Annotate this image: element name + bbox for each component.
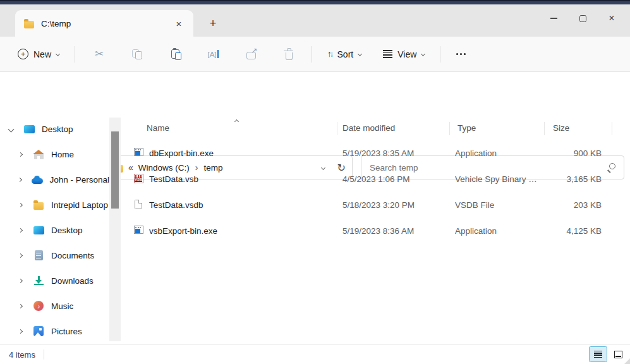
chevron-down-icon bbox=[358, 52, 362, 56]
sidebar-item-label: Home bbox=[51, 150, 74, 159]
sort-button[interactable]: ↑↓ Sort bbox=[321, 44, 368, 64]
chevron-collapsed-icon[interactable] bbox=[16, 279, 25, 282]
application-icon bbox=[133, 226, 144, 234]
trash-icon bbox=[286, 52, 293, 60]
column-header-type[interactable]: Type bbox=[457, 119, 476, 138]
file-row-testdata-vsb[interactable]: TestData.vsb 4/5/2023 1:06 PM Vehicle Sp… bbox=[126, 166, 625, 192]
status-bar: 4 items bbox=[0, 344, 630, 364]
scrollbar-thumb[interactable] bbox=[111, 131, 119, 209]
maximize-button[interactable] bbox=[568, 9, 597, 27]
file-row-vsbexport-bin-exe[interactable]: vsbExport-bin.exe 5/19/2023 8:36 AM Appl… bbox=[126, 218, 625, 244]
pictures-icon bbox=[32, 326, 45, 336]
new-button[interactable]: + New bbox=[11, 44, 66, 64]
window-top-edge bbox=[0, 0, 630, 4]
toolbar-divider bbox=[440, 46, 440, 63]
sidebar-item-documents[interactable]: Documents bbox=[0, 243, 109, 268]
ellipsis-icon bbox=[456, 53, 458, 55]
home-icon bbox=[32, 149, 45, 159]
vsb-file-icon bbox=[133, 174, 144, 183]
sort-ascending-icon bbox=[235, 116, 238, 125]
chevron-collapsed-icon[interactable] bbox=[16, 330, 25, 333]
view-button[interactable]: View bbox=[377, 44, 431, 64]
sidebar-item-label: Desktop bbox=[42, 124, 73, 134]
sidebar-item-pictures[interactable]: Pictures bbox=[0, 318, 109, 343]
sidebar-item-onedrive-personal[interactable]: John - Personal bbox=[0, 167, 109, 192]
resize-grip[interactable] bbox=[624, 358, 630, 364]
new-button-label: New bbox=[33, 49, 51, 59]
copy-button[interactable] bbox=[123, 42, 151, 66]
sidebar-item-label: Desktop bbox=[51, 226, 83, 235]
downloads-icon bbox=[32, 276, 45, 285]
sidebar-item-label: Pictures bbox=[51, 327, 82, 336]
sidebar-scrollbar[interactable] bbox=[109, 118, 121, 341]
sidebar-item-home[interactable]: Home bbox=[0, 142, 109, 167]
chevron-collapsed-icon[interactable] bbox=[16, 203, 25, 207]
chevron-collapsed-icon[interactable] bbox=[16, 178, 24, 181]
file-explorer-window: C:\temp × + × + New ✂ ↑↓ Sort bbox=[0, 0, 630, 364]
column-header-date-modified[interactable]: Date modified bbox=[342, 119, 395, 138]
view-lines-icon bbox=[383, 50, 392, 58]
documents-icon bbox=[32, 250, 45, 260]
paste-icon bbox=[171, 49, 179, 59]
file-size: 900 KB bbox=[530, 140, 602, 166]
cut-button[interactable]: ✂ bbox=[85, 42, 113, 66]
sidebar-item-intrepid-laptop[interactable]: Intrepid Laptop bbox=[0, 192, 109, 217]
file-row-dbexport-bin-exe[interactable]: dbExport-bin.exe 5/19/2023 8:35 AM Appli… bbox=[126, 140, 625, 166]
column-header-size[interactable]: Size bbox=[553, 119, 569, 138]
vsdb-file-icon bbox=[133, 200, 144, 209]
monitor-icon bbox=[32, 226, 45, 234]
chevron-collapsed-icon[interactable] bbox=[16, 153, 25, 156]
file-row-testdata-vsdb[interactable]: TestData.vsdb 5/18/2023 3:20 PM VSDB Fil… bbox=[126, 192, 625, 218]
share-icon bbox=[246, 52, 256, 59]
tab-title: C:\temp bbox=[41, 19, 171, 28]
file-date-modified: 4/5/2023 1:06 PM bbox=[342, 166, 410, 192]
navigation-pane: Desktop Home John - Personal Intrepid La… bbox=[0, 116, 109, 343]
share-button[interactable] bbox=[237, 42, 265, 66]
file-name: dbExport-bin.exe bbox=[149, 140, 214, 166]
tab-c-temp[interactable]: C:\temp × bbox=[15, 10, 193, 37]
window-controls: × bbox=[539, 9, 626, 27]
plus-circle-icon: + bbox=[18, 49, 28, 59]
sidebar-item-music[interactable]: ♪ Music bbox=[0, 293, 109, 318]
cut-icon: ✂ bbox=[95, 47, 104, 61]
onedrive-icon bbox=[32, 175, 44, 184]
file-name: vsbExport-bin.exe bbox=[149, 218, 217, 244]
column-header-name[interactable]: Name bbox=[147, 119, 169, 138]
close-window-button[interactable]: × bbox=[597, 9, 626, 27]
sidebar-item-desktop[interactable]: Desktop bbox=[0, 217, 109, 243]
minimize-button[interactable] bbox=[539, 9, 568, 27]
chevron-collapsed-icon[interactable] bbox=[16, 305, 25, 308]
file-date-modified: 5/19/2023 8:36 AM bbox=[342, 218, 414, 244]
rename-button[interactable] bbox=[199, 42, 227, 66]
sort-button-label: Sort bbox=[337, 49, 354, 59]
application-icon bbox=[133, 148, 144, 156]
delete-button[interactable] bbox=[275, 42, 303, 66]
tab-close-button[interactable]: × bbox=[171, 15, 187, 32]
chevron-collapsed-icon[interactable] bbox=[16, 229, 25, 232]
view-button-label: View bbox=[397, 49, 416, 59]
sidebar-item-label: Downloads bbox=[51, 276, 94, 286]
sidebar-item-label: Documents bbox=[51, 251, 94, 260]
chevron-down-icon bbox=[56, 52, 60, 56]
chevron-collapsed-icon[interactable] bbox=[16, 254, 25, 257]
chevron-down-icon bbox=[421, 52, 425, 56]
minimize-icon bbox=[550, 18, 557, 18]
new-tab-button[interactable]: + bbox=[203, 15, 222, 32]
ellipsis-icon bbox=[460, 53, 462, 55]
details-view-button[interactable] bbox=[589, 346, 607, 362]
column-divider bbox=[337, 122, 337, 135]
toolbar-divider bbox=[75, 46, 75, 63]
sidebar-item-downloads[interactable]: Downloads bbox=[0, 268, 109, 293]
paste-button[interactable] bbox=[161, 42, 189, 66]
plus-icon: + bbox=[210, 17, 217, 30]
file-size: 203 KB bbox=[530, 192, 602, 218]
music-icon: ♪ bbox=[32, 301, 45, 311]
sidebar-item-label: John - Personal bbox=[49, 175, 109, 185]
sidebar-item-desktop-root[interactable]: Desktop bbox=[0, 116, 109, 142]
file-name: TestData.vsb bbox=[149, 166, 198, 192]
address-row: ← → ↑ « Windows (C:) › temp ↻ bbox=[0, 72, 630, 116]
copy-icon bbox=[132, 49, 142, 59]
file-date-modified: 5/19/2023 8:35 AM bbox=[342, 140, 414, 166]
chevron-expanded-icon[interactable] bbox=[6, 127, 15, 131]
more-options-button[interactable] bbox=[448, 42, 473, 66]
